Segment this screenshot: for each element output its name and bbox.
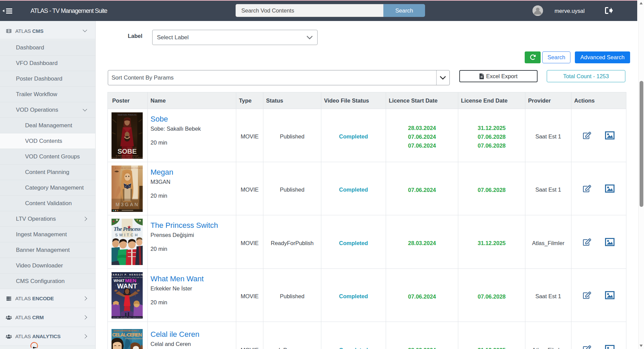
- svg-text:The Princess: The Princess: [114, 226, 141, 232]
- svg-text:TARAJI P. HENSON: TARAJI P. HENSON: [112, 274, 143, 276]
- svg-text:EZGİ MOLA: EZGİ MOLA: [129, 330, 139, 332]
- svg-text:BLER PANK GASLAMBA TIRAJI P HE: BLER PANK GASLAMBA TIRAJI P HENSON FILM: [113, 317, 142, 318]
- svg-text:ŞAHAN GÖKBAKAR: ŞAHAN GÖKBAKAR: [114, 330, 130, 332]
- svg-text:SWITCH: SWITCH: [115, 233, 139, 237]
- svg-text:bu BESI bebe SAKIN oynamayın: bu BESI bebe SAKIN oynamayın: [116, 155, 138, 157]
- svg-text:SOBE: SOBE: [118, 148, 137, 155]
- svg-text:Sakallı bebe, Pisikolu blu: Sakallı bebe, Pisikolu blu: [118, 114, 137, 116]
- svg-text:ile: ile: [126, 334, 128, 336]
- svg-text:AI DOLL MEL NETICESINDE OYUNCA: AI DOLL MEL NETICESINDE OYUNCAK M3: [115, 167, 143, 169]
- svg-text:ATILA ER ve ATE BILGI BIR FILM: ATILA ER ve ATE BILGI BIR FILMI ANLATIYO…: [112, 157, 143, 159]
